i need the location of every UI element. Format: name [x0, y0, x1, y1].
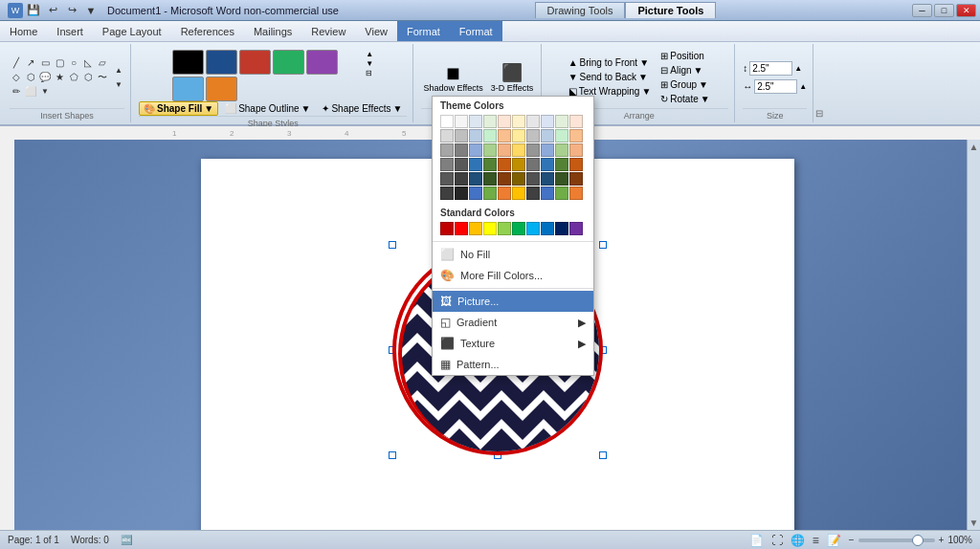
menu-home[interactable]: Home: [0, 21, 47, 41]
theme-color-cell[interactable]: [569, 115, 583, 128]
shape-rounded[interactable]: ▢: [53, 56, 66, 70]
view-web-btn[interactable]: 🌐: [791, 534, 805, 547]
theme-color-cell[interactable]: [483, 115, 497, 128]
theme-color-cell[interactable]: [541, 115, 554, 128]
shape-more[interactable]: ▼: [38, 85, 52, 99]
close-btn[interactable]: ✕: [956, 4, 976, 17]
shape-freeform[interactable]: ✏: [10, 85, 23, 99]
theme-color-cell[interactable]: [483, 143, 497, 157]
theme-color-cell[interactable]: [569, 129, 583, 143]
ribbon-expand-btn[interactable]: ⊟: [815, 44, 823, 122]
theme-color-cell[interactable]: [526, 172, 540, 186]
shape-outline-btn[interactable]: ⬜ Shape Outline ▼: [220, 101, 315, 116]
standard-color-cell[interactable]: [512, 222, 525, 235]
shape-octagon[interactable]: ⬡: [81, 71, 95, 84]
theme-color-cell[interactable]: [483, 158, 497, 171]
theme-color-cell[interactable]: [555, 115, 568, 128]
view-fullscreen-btn[interactable]: ⛶: [771, 534, 783, 547]
theme-color-cell[interactable]: [498, 172, 511, 186]
theme-color-cell[interactable]: [569, 187, 583, 200]
expand-shapes-btn[interactable]: ▲: [113, 63, 124, 77]
menu-insert[interactable]: Insert: [47, 21, 93, 41]
more-fill-colors-option[interactable]: 🎨 More Fill Colors...: [433, 265, 593, 286]
height-input[interactable]: [749, 61, 792, 76]
shape-oval[interactable]: ○: [67, 56, 80, 70]
styles-expand[interactable]: ⊟: [366, 69, 373, 77]
shapes-scroll-down[interactable]: ▼: [113, 77, 124, 91]
gradient-option[interactable]: ◱ Gradient ▶: [433, 312, 593, 333]
theme-color-cell[interactable]: [569, 158, 583, 171]
position-btn[interactable]: ⊞ Position: [657, 50, 712, 62]
theme-color-cell[interactable]: [469, 115, 482, 128]
theme-color-cell[interactable]: [498, 115, 511, 128]
shape-line[interactable]: ╱: [10, 56, 23, 70]
shape-curve[interactable]: 〜: [96, 71, 109, 84]
scrollbar-right[interactable]: ▲ ▼: [967, 140, 980, 530]
theme-color-cell[interactable]: [555, 172, 568, 186]
theme-color-cell[interactable]: [469, 143, 482, 157]
theme-color-cell[interactable]: [498, 143, 511, 157]
shape-rect[interactable]: ▭: [38, 56, 52, 70]
bring-to-front-btn[interactable]: ▲ Bring to Front ▼: [566, 56, 655, 69]
theme-color-cell[interactable]: [440, 158, 454, 171]
theme-color-cell[interactable]: [483, 187, 497, 200]
standard-color-cell[interactable]: [569, 222, 583, 235]
theme-color-cell[interactable]: [455, 115, 468, 128]
scroll-down-btn[interactable]: ▼: [968, 516, 980, 530]
handle-bottomleft[interactable]: [389, 451, 396, 459]
shape-action[interactable]: ⬜: [24, 85, 37, 99]
theme-color-cell[interactable]: [455, 187, 468, 200]
theme-color-cell[interactable]: [469, 158, 482, 171]
shape-callout[interactable]: 💬: [38, 71, 52, 84]
maximize-btn[interactable]: □: [934, 4, 954, 17]
theme-color-cell[interactable]: [526, 187, 540, 200]
no-fill-option[interactable]: ⬜ No Fill: [433, 244, 593, 265]
style-swatch-red[interactable]: [239, 50, 271, 75]
save-quickbtn[interactable]: 💾: [25, 2, 42, 19]
menu-mailings[interactable]: Mailings: [244, 21, 301, 41]
theme-color-cell[interactable]: [498, 187, 511, 200]
style-swatch-orange[interactable]: [206, 77, 237, 101]
pattern-option[interactable]: ▦ Pattern...: [433, 354, 593, 375]
texture-option[interactable]: ⬛ Texture ▶: [433, 333, 593, 354]
theme-color-cell[interactable]: [512, 115, 525, 128]
theme-color-cell[interactable]: [526, 143, 540, 157]
theme-color-cell[interactable]: [498, 158, 511, 171]
standard-color-cell[interactable]: [541, 222, 554, 235]
zoom-out-btn[interactable]: −: [849, 535, 855, 545]
rotate-btn[interactable]: ↻ Rotate ▼: [657, 93, 712, 105]
picture-tools-tab[interactable]: Picture Tools: [625, 2, 716, 18]
theme-color-cell[interactable]: [440, 129, 454, 143]
theme-color-cell[interactable]: [440, 115, 454, 128]
shape-star[interactable]: ★: [53, 71, 66, 84]
style-swatch-purple[interactable]: [306, 50, 338, 75]
menu-view[interactable]: View: [355, 21, 397, 41]
theme-color-cell[interactable]: [512, 187, 525, 200]
shape-right-triangle[interactable]: ◺: [81, 56, 95, 70]
width-spinner-up[interactable]: ▲: [799, 82, 807, 91]
theme-color-cell[interactable]: [483, 172, 497, 186]
menu-pagelayout[interactable]: Page Layout: [93, 21, 171, 41]
theme-color-cell[interactable]: [541, 172, 554, 186]
style-swatch-green[interactable]: [273, 50, 304, 75]
theme-color-cell[interactable]: [526, 129, 540, 143]
menu-format1[interactable]: Format: [397, 21, 450, 41]
theme-color-cell[interactable]: [455, 172, 468, 186]
scroll-up-btn[interactable]: ▲: [968, 140, 980, 154]
standard-color-cell[interactable]: [498, 222, 511, 235]
theme-color-cell[interactable]: [512, 129, 525, 143]
shape-arrow[interactable]: ↗: [24, 56, 37, 70]
theme-color-cell[interactable]: [469, 187, 482, 200]
theme-color-cell[interactable]: [541, 129, 554, 143]
menu-review[interactable]: Review: [301, 21, 355, 41]
zoom-thumb[interactable]: [912, 535, 924, 546]
theme-color-cell[interactable]: [541, 187, 554, 200]
theme-color-cell[interactable]: [440, 187, 454, 200]
styles-scroll-up[interactable]: ▲: [366, 50, 373, 58]
redo-quickbtn[interactable]: ↪: [63, 2, 80, 19]
menu-references[interactable]: References: [171, 21, 244, 41]
style-swatch-black[interactable]: [172, 50, 204, 75]
shape-diamond[interactable]: ◇: [10, 71, 23, 84]
handle-bottomright[interactable]: [599, 451, 607, 459]
send-to-back-btn[interactable]: ▼ Send to Back ▼: [566, 71, 655, 83]
